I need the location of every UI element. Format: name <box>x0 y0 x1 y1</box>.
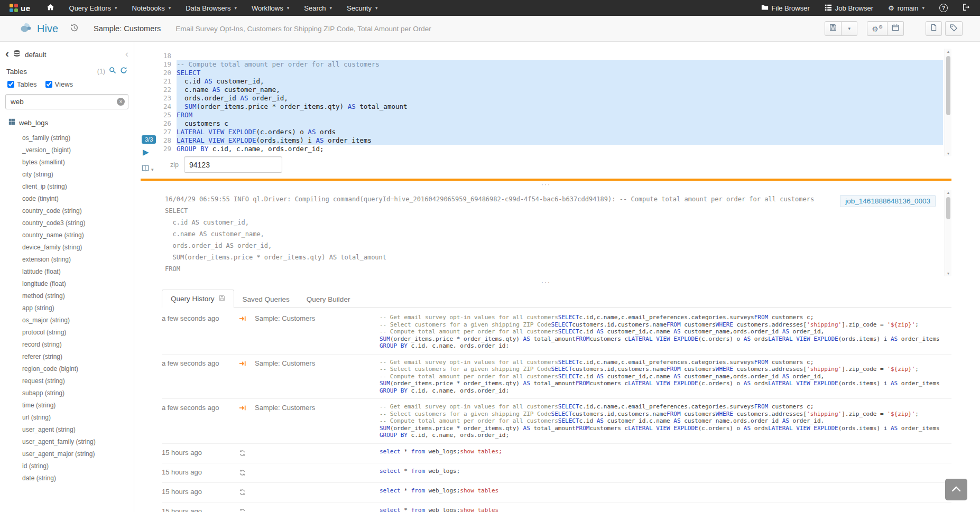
sql-line: GROUP BY c.id, c.name, ords.order_id; <box>380 432 951 439</box>
resize-handle[interactable]: ··· <box>141 182 951 188</box>
result-tabs: Query HistorySaved QueriesQuery Builder <box>162 289 951 308</box>
variable-input[interactable] <box>184 156 282 173</box>
home-button[interactable] <box>39 0 62 16</box>
columns-list[interactable]: os_family (string)_version_ (bigint)byte… <box>0 132 134 512</box>
menu-search[interactable]: Search▾ <box>297 0 339 16</box>
column-item[interactable]: country_code3 (string) <box>22 217 134 229</box>
log-scrollbar[interactable]: ▲ ▼ <box>945 190 951 276</box>
execute-button[interactable]: ▶ <box>143 147 149 157</box>
menu-query-editors[interactable]: Query Editors▾ <box>62 0 125 16</box>
history-query-name <box>255 448 380 449</box>
search-tables-icon[interactable] <box>109 67 116 76</box>
column-item[interactable]: protocol (string) <box>22 327 134 339</box>
column-item[interactable]: subapp (string) <box>22 387 134 399</box>
app-name[interactable]: Hive <box>37 23 58 35</box>
tab-saved-queries[interactable]: Saved Queries <box>234 291 298 308</box>
history-row[interactable]: a few seconds agoSample: Customers-- Get… <box>162 355 951 399</box>
log-panel[interactable]: 16/04/29 06:59:55 INFO ql.Driver: Compil… <box>162 190 951 276</box>
column-item[interactable]: country_name (string) <box>22 229 134 241</box>
scroll-to-top-button[interactable] <box>945 479 967 500</box>
sql-line: SUM(order_items.price * order_items.qty)… <box>380 336 951 343</box>
column-item[interactable]: date (string) <box>22 472 134 485</box>
job-browser-button[interactable]: Job Browser <box>817 0 881 16</box>
hue-logo[interactable]: ue <box>0 0 39 16</box>
tables-filter[interactable]: Tables <box>7 80 37 88</box>
refresh-tables-icon[interactable] <box>120 67 127 76</box>
column-item[interactable]: request (string) <box>22 375 134 387</box>
table-web-logs[interactable]: web_logs <box>8 118 48 127</box>
column-item[interactable]: method (string) <box>22 290 134 302</box>
column-item[interactable]: app (string) <box>22 302 134 314</box>
database-name[interactable]: default <box>25 51 47 59</box>
column-item[interactable]: bytes (smallint) <box>22 156 134 169</box>
back-icon[interactable]: ‹ <box>5 49 9 58</box>
menu-security[interactable]: Security▾ <box>339 0 385 16</box>
column-item[interactable]: client_ip (string) <box>22 181 134 193</box>
save-button[interactable] <box>825 21 842 36</box>
column-item[interactable]: os_family (string) <box>22 132 134 144</box>
column-item[interactable]: region_code (bigint) <box>22 363 134 375</box>
resize-handle[interactable]: ··· <box>141 280 951 286</box>
scroll-up-icon[interactable]: ▲ <box>945 50 951 53</box>
column-item[interactable]: url (string) <box>22 412 134 424</box>
sql-line: GROUP BY c.id, c.name, ords.order_id; <box>380 342 951 350</box>
tags-button[interactable] <box>945 21 963 36</box>
column-item[interactable]: user_agent (string) <box>22 424 134 436</box>
schedule-button[interactable] <box>887 21 904 36</box>
scroll-down-icon[interactable]: ▼ <box>945 152 951 155</box>
column-item[interactable]: time (string) <box>22 399 134 412</box>
scrollbar-thumb[interactable] <box>946 56 950 115</box>
column-item[interactable]: referer (string) <box>22 351 134 363</box>
views-filter[interactable]: Views <box>45 80 73 88</box>
tab-query-history[interactable]: Query History <box>162 290 234 308</box>
scroll-down-icon[interactable]: ▼ <box>945 272 951 275</box>
menu-data-browsers[interactable]: Data Browsers▾ <box>178 0 244 16</box>
caret-down-icon: ▾ <box>329 5 332 11</box>
save-dropdown-button[interactable]: ▾ <box>842 21 857 36</box>
job-link[interactable]: job_1461888648136_0003 <box>840 195 936 207</box>
column-item[interactable]: user_agent_family (string) <box>22 436 134 448</box>
history-row[interactable]: a few seconds agoSample: Customers-- Get… <box>162 310 951 355</box>
history-timestamp: a few seconds ago <box>162 314 239 322</box>
column-item[interactable]: city (string) <box>22 169 134 181</box>
history-row[interactable]: a few seconds agoSample: Customers-- Get… <box>162 399 951 444</box>
query-history-button[interactable] <box>70 23 79 34</box>
history-row[interactable]: 15 hours agoselect * from web_logs;show … <box>162 483 951 502</box>
editor-scrollbar[interactable]: ▲ ▼ <box>945 49 951 156</box>
caret-down-icon: ▾ <box>375 5 378 11</box>
new-query-button[interactable] <box>926 21 942 36</box>
help-button[interactable]: ? <box>932 0 955 16</box>
collapse-assist-icon[interactable]: ‹ <box>125 50 128 58</box>
menu-workflows[interactable]: Workflows▾ <box>244 0 297 16</box>
tab-query-builder[interactable]: Query Builder <box>298 291 359 308</box>
history-row[interactable]: 15 hours agoselect * from web_logs; <box>162 463 951 483</box>
menu-notebooks[interactable]: Notebooks▾ <box>125 0 179 16</box>
column-item[interactable]: id (string) <box>22 460 134 472</box>
settings-button[interactable]: ⚙⚙ <box>867 21 887 36</box>
column-item[interactable]: record (string) <box>22 339 134 351</box>
views-checkbox[interactable] <box>45 81 52 88</box>
column-item[interactable]: longitude (float) <box>22 278 134 290</box>
column-item[interactable]: latitude (float) <box>22 266 134 278</box>
file-browser-button[interactable]: File Browser <box>754 0 817 16</box>
sql-editor[interactable]: 1819-- Compute total amount per order fo… <box>141 49 951 156</box>
line-number: 20 <box>141 69 177 77</box>
column-item[interactable]: os_major (string) <box>22 314 134 327</box>
scrollbar-thumb[interactable] <box>946 197 950 219</box>
column-item[interactable]: country_code (string) <box>22 205 134 217</box>
user-menu[interactable]: ⚙ romain ▾ <box>881 0 932 16</box>
column-item[interactable]: user_agent_major (string) <box>22 448 134 460</box>
column-item[interactable]: _version_ (bigint) <box>22 144 134 156</box>
tables-checkbox[interactable] <box>7 81 14 88</box>
column-item[interactable]: code (tinyint) <box>22 193 134 205</box>
history-row[interactable]: 15 hours agoselect * from web_logs;show … <box>162 444 951 463</box>
history-row[interactable]: 15 hours agoselect * from web_logs;show … <box>162 502 951 512</box>
clear-search-icon[interactable]: × <box>117 98 125 106</box>
logout-button[interactable] <box>955 0 980 16</box>
caret-down-icon: ▾ <box>115 5 117 11</box>
table-search-input[interactable] <box>5 94 128 109</box>
column-item[interactable]: device_family (string) <box>22 241 134 254</box>
column-item[interactable]: extension (string) <box>22 254 134 266</box>
history-timestamp: 15 hours ago <box>162 507 239 512</box>
scroll-up-icon[interactable]: ▲ <box>945 191 951 194</box>
